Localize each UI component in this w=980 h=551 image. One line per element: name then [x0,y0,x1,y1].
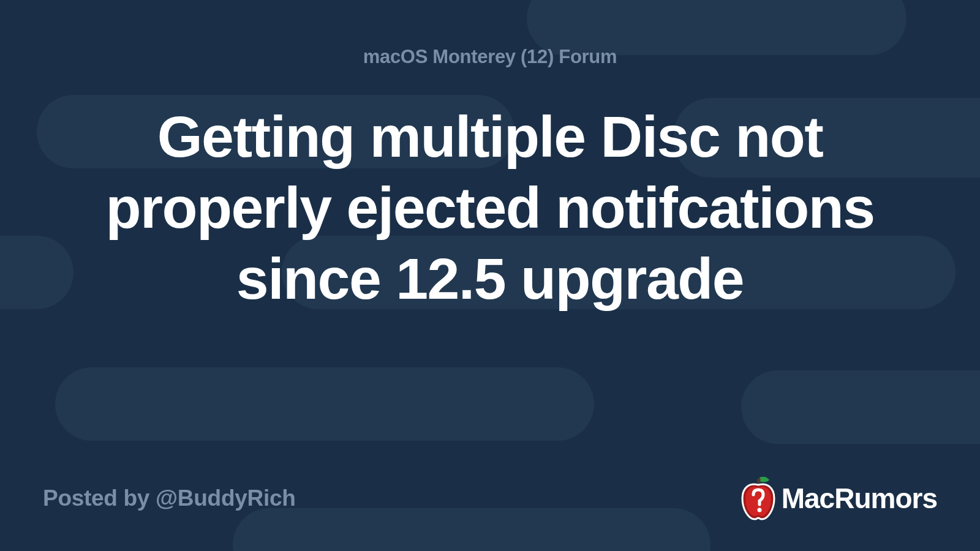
svg-point-0 [757,508,761,512]
posted-by: Posted by @BuddyRich [43,485,295,511]
apple-icon [739,476,778,520]
forum-name: macOS Monterey (12) Forum [363,46,617,68]
brand-name: MacRumors [782,482,937,515]
post-title: Getting multiple Disc not properly eject… [98,102,882,315]
brand-logo: MacRumors [739,476,937,520]
content-container: macOS Monterey (12) Forum Getting multip… [0,0,980,551]
footer: Posted by @BuddyRich MacRumors [43,476,937,520]
